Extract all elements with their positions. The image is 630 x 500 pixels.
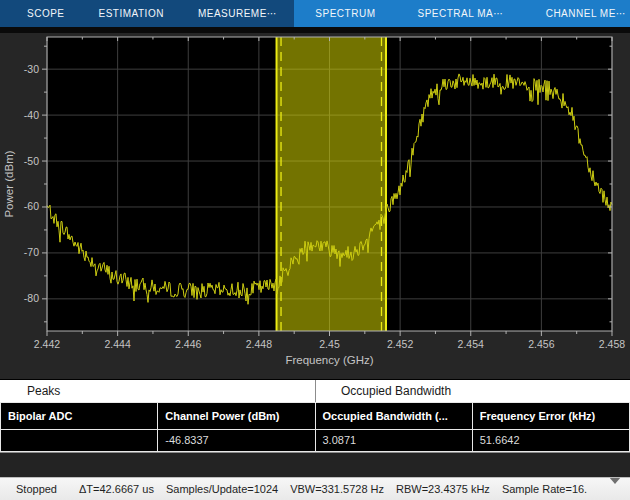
cell-occupied-bandwidth: 3.0871: [315, 429, 472, 451]
x-tick-label: 2.446: [175, 338, 201, 350]
statusbar-dock-arrow-icon[interactable]: [609, 484, 623, 495]
tab-group-contextual: SPECTRUM SPECTRAL MA⋯ CHANNEL ME⋯: [294, 0, 630, 27]
peaks-panel-label: Peaks: [27, 384, 60, 398]
spectrum-chart: 2.4422.4442.4462.4482.452.4522.4542.4562…: [0, 33, 630, 379]
y-axis-label: Power (dBm): [3, 150, 15, 217]
column-header-trace-name[interactable]: Bipolar ADC: [1, 403, 158, 430]
tab-scope[interactable]: SCOPE: [10, 0, 82, 27]
status-samples-per-update: Samples/Update=1024: [166, 483, 278, 495]
table-empty-area: [0, 452, 630, 477]
tab-group-main: SCOPE ESTIMATION MEASUREME⋯: [0, 0, 294, 27]
tab-channel-measurements[interactable]: CHANNEL ME⋯: [525, 0, 630, 27]
status-state: Stopped: [16, 483, 57, 495]
tab-estimation[interactable]: ESTIMATION: [82, 0, 181, 27]
occupied-bandwidth-panel-tab[interactable]: Occupied Bandwidth: [315, 380, 630, 402]
y-tick-label: -30: [24, 63, 39, 75]
y-tick-label: -40: [24, 109, 39, 121]
occupied-bandwidth-region: [277, 37, 386, 331]
x-tick-label: 2.456: [528, 338, 554, 350]
x-tick-label: 2.444: [104, 338, 130, 350]
column-header-channel-power[interactable]: Channel Power (dBm): [158, 403, 315, 430]
column-header-frequency-error[interactable]: Frequency Error (kHz): [472, 403, 629, 430]
toolstrip-tabbar: SCOPE ESTIMATION MEASUREME⋯ SPECTRUM SPE…: [0, 0, 630, 27]
peaks-panel-tab[interactable]: Peaks: [0, 380, 315, 402]
y-tick-label: -50: [24, 155, 39, 167]
tab-spectral-mask[interactable]: SPECTRAL MA⋯: [396, 0, 524, 27]
y-tick-label: -70: [24, 246, 39, 258]
cell-trace-name: [1, 429, 158, 451]
tab-measurements[interactable]: MEASUREME⋯: [181, 0, 294, 27]
column-header-occupied-bandwidth[interactable]: Occupied Bandwidth (...: [315, 403, 472, 430]
table-header-row: Bipolar ADC Channel Power (dBm) Occupied…: [1, 403, 630, 430]
status-vbw: VBW=331.5728 Hz: [290, 483, 384, 495]
spectrum-analyzer-window: SCOPE ESTIMATION MEASUREME⋯ SPECTRUM SPE…: [0, 0, 630, 500]
spectrum-plot-panel: 2.4422.4442.4462.4482.452.4522.4542.4562…: [0, 33, 630, 379]
x-tick-label: 2.458: [599, 338, 625, 350]
x-tick-label: 2.45: [319, 338, 340, 350]
tab-spectrum[interactable]: SPECTRUM: [294, 0, 396, 27]
x-axis-label: Frequency (GHz): [285, 354, 373, 366]
x-tick-label: 2.448: [246, 338, 272, 350]
status-rbw: RBW=23.4375 kHz: [396, 483, 490, 495]
x-tick-label: 2.452: [387, 338, 413, 350]
x-tick-label: 2.442: [34, 338, 60, 350]
status-delta-t: ΔT=42.6667 us: [79, 483, 154, 495]
x-tick-label: 2.454: [458, 338, 484, 350]
measurement-panel-strip: Peaks Occupied Bandwidth: [0, 379, 630, 402]
y-tick-label: -60: [24, 200, 39, 212]
status-sample-rate: Sample Rate=16.: [502, 483, 587, 495]
cell-channel-power: -46.8337: [158, 429, 315, 451]
occupied-bandwidth-panel-label: Occupied Bandwidth: [341, 384, 451, 398]
status-bar: Stopped ΔT=42.6667 us Samples/Update=102…: [0, 477, 630, 500]
cell-frequency-error: 51.6642: [472, 429, 629, 451]
table-row[interactable]: -46.8337 3.0871 51.6642: [1, 429, 630, 451]
measurements-table: Bipolar ADC Channel Power (dBm) Occupied…: [0, 402, 630, 452]
y-tick-label: -80: [24, 292, 39, 304]
